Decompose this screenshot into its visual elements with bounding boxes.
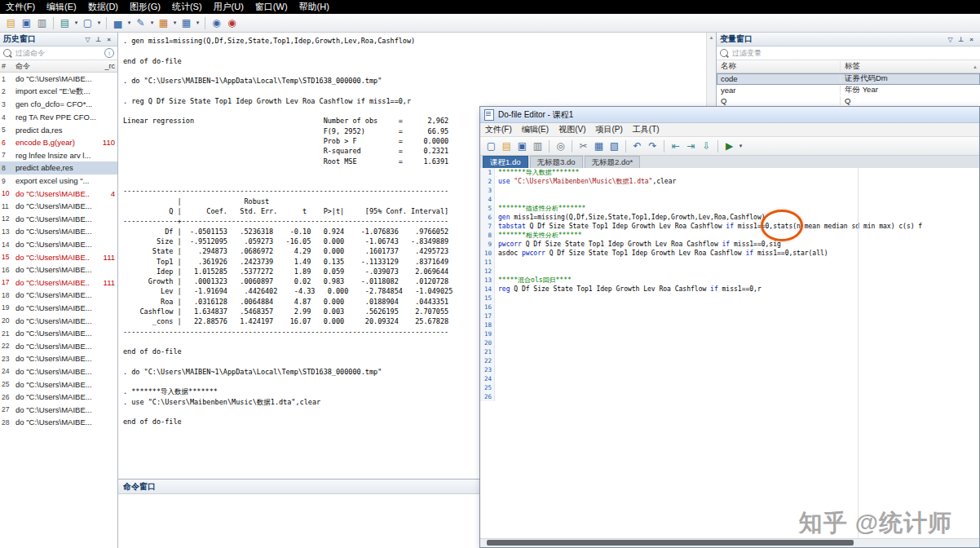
editor-menu-item[interactable]: 项目(P)	[590, 124, 627, 135]
scroll-up-icon[interactable]: ▲	[970, 64, 980, 69]
dofile-editor-dropdown-icon[interactable]: ▾	[148, 15, 156, 30]
code-line[interactable]: 9 pwcorr Q Df Size State Top1 Idep Growt…	[480, 240, 979, 249]
history-row[interactable]: 15 do "C:\Users\MAIBE.. 111	[0, 250, 117, 263]
execute-dropdown-icon[interactable]: ▾	[737, 139, 744, 153]
dofile-title-bar[interactable]: Do-file Editor - 课程1	[480, 107, 979, 123]
menu-item[interactable]: 数据(D)	[82, 0, 124, 14]
editor-tab[interactable]: 课程1.do	[483, 156, 528, 169]
print-icon[interactable]: ▥	[530, 139, 545, 153]
variable-row[interactable]: year 年份 Year	[717, 85, 980, 96]
menu-item[interactable]: 统计(S)	[166, 0, 208, 14]
data-browser-icon[interactable]: ▦	[179, 15, 194, 30]
pin-icon[interactable]: ⊥	[956, 36, 966, 43]
code-line[interactable]: 16	[480, 303, 979, 312]
paste-icon[interactable]: ▧	[607, 139, 622, 153]
history-row[interactable]: 13 do "C:\Users\MAIBE...	[0, 225, 117, 238]
history-row[interactable]: 21 do "C:\Users\MAIBE...	[0, 327, 117, 340]
code-line[interactable]: 11	[480, 258, 979, 267]
history-row[interactable]: 25 do "C:\Users\MAIBE...	[0, 378, 117, 391]
history-row[interactable]: 4 reg TA Rev PPE CFO...	[0, 111, 117, 124]
menu-item[interactable]: 窗口(W)	[249, 0, 294, 14]
code-line[interactable]: 24	[480, 374, 979, 383]
code-line[interactable]: 13 *****混合ols回归****	[480, 276, 979, 285]
code-line[interactable]: 14 reg Q Df Size State Top1 Idep Growth …	[480, 285, 979, 294]
cut-icon[interactable]: ✂	[576, 139, 591, 153]
history-row[interactable]: 14 do "C:\Users\MAIBE...	[0, 238, 117, 251]
code-line[interactable]: 5 *******描述性分析*******	[480, 204, 979, 213]
history-row[interactable]: 2 import excel "E:\e数...	[0, 86, 117, 99]
menu-item[interactable]: 图形(G)	[124, 0, 166, 14]
save-icon[interactable]: ▣	[514, 139, 530, 153]
editor-menu-item[interactable]: 工具(T)	[628, 124, 664, 135]
code-editor-area[interactable]: 1 *******导入数据******* 2 use "C:\Users\Mai…	[480, 168, 979, 539]
save-icon[interactable]: ▣	[19, 15, 34, 30]
close-icon[interactable]: ×	[104, 36, 114, 43]
viewer-icon[interactable]: ▢	[80, 15, 95, 30]
toolbar-separator[interactable]	[53, 17, 54, 29]
open-icon[interactable]: ▤	[3, 15, 19, 30]
editor-menu-item[interactable]: 文件(F)	[480, 124, 517, 135]
code-line[interactable]: 8 *******相关性分析******	[480, 231, 979, 240]
code-line[interactable]: 6 gen miss1=missing(Q,Df,Size,State,Top1…	[480, 213, 979, 222]
column-header-rc[interactable]: _rc	[99, 62, 117, 70]
history-row[interactable]: 12 do "C:\Users\MAIBE...	[0, 213, 117, 226]
code-line[interactable]: 12	[480, 267, 979, 276]
history-row[interactable]: 7 reg lnfee lnsize arv l...	[0, 149, 117, 162]
column-header-label[interactable]: 标签	[841, 61, 970, 72]
graph-dropdown-icon[interactable]: ▾	[126, 15, 133, 30]
undo-icon[interactable]: ↶	[629, 139, 645, 153]
open-icon[interactable]: ▤	[499, 139, 514, 153]
find-icon[interactable]: ◎	[553, 139, 568, 153]
indent-decrease-icon[interactable]: ⇤	[668, 139, 683, 153]
editor-menu-item[interactable]: 编辑(E)	[517, 124, 554, 135]
data-editor-icon[interactable]: ▦	[156, 15, 171, 30]
code-line[interactable]: 17	[480, 312, 979, 320]
column-header-number[interactable]: #	[0, 62, 14, 70]
bookmark-down-icon[interactable]: ⇩	[699, 139, 714, 153]
toolbar-separator[interactable]	[549, 140, 550, 152]
graph-icon[interactable]: ▅	[110, 15, 126, 30]
column-header-name[interactable]: 名称	[717, 61, 841, 72]
history-row[interactable]: 8 predict abfee,res	[0, 161, 117, 175]
menu-item[interactable]: 编辑(E)	[41, 0, 82, 14]
more-icon[interactable]: ◉	[209, 15, 224, 30]
dofile-editor-icon[interactable]: ✎	[133, 15, 148, 30]
variables-filter-input[interactable]	[731, 48, 977, 58]
history-row[interactable]: 28 do "C:\Users\MAIBE...	[0, 416, 117, 429]
close-icon[interactable]: ×	[966, 36, 977, 43]
log-icon[interactable]: ▤	[57, 15, 73, 30]
new-file-icon[interactable]: ▢	[483, 139, 499, 153]
execute-do-icon[interactable]: ▶	[722, 139, 737, 153]
log-dropdown-icon[interactable]: ▾	[73, 15, 80, 30]
history-row[interactable]: 20 do "C:\Users\MAIBE...	[0, 314, 117, 327]
history-row[interactable]: 10 do "C:\Users\MAIBE.. 4	[0, 187, 117, 200]
filter-icon[interactable]: ▽	[82, 36, 93, 43]
code-line[interactable]: 10 asdoc pwcorr Q Df Size State Top1 Ide…	[480, 249, 979, 258]
code-line[interactable]: 3	[480, 186, 979, 195]
pin-icon[interactable]: ⊥	[93, 36, 104, 43]
variable-row[interactable]: code 证券代码Dm	[717, 73, 980, 85]
history-row[interactable]: 5 predict da,res	[0, 123, 117, 136]
history-row[interactable]: 27 do "C:\Users\MAIBE...	[0, 403, 117, 416]
print-icon[interactable]: ▥	[34, 15, 50, 30]
history-row[interactable]: 6 encode B,g(year) 110	[0, 136, 117, 149]
code-line[interactable]: 15	[480, 294, 979, 303]
toolbar-separator[interactable]	[664, 140, 664, 152]
redo-icon[interactable]: ↷	[645, 139, 660, 153]
code-line[interactable]: 4	[480, 195, 979, 204]
data-editor-dropdown-icon[interactable]: ▾	[171, 15, 179, 30]
code-line[interactable]: 23	[480, 365, 979, 374]
history-row[interactable]: 11 do "C:\Users\MAIBE...	[0, 200, 117, 213]
history-row[interactable]: 1 do "C:\Users\MAIBE...	[0, 73, 117, 86]
code-line[interactable]: 2 use "C:\Users\Maibenben\Music\数据1.dta"…	[480, 177, 979, 186]
toolbar-separator[interactable]	[106, 17, 107, 29]
history-row[interactable]: 17 do "C:\Users\MAIBE.. 111	[0, 276, 117, 289]
viewer-dropdown-icon[interactable]: ▾	[95, 15, 103, 30]
menu-item[interactable]: 用户(U)	[208, 0, 249, 14]
column-header-command[interactable]: 命令	[14, 61, 99, 72]
code-line[interactable]: 18	[480, 320, 979, 329]
scroll-up-icon[interactable]: ▲	[707, 33, 716, 40]
history-row[interactable]: 16 do "C:\Users\MAIBE...	[0, 263, 117, 276]
toolbar-separator[interactable]	[717, 140, 718, 152]
scrollbar-thumb[interactable]	[487, 540, 854, 546]
